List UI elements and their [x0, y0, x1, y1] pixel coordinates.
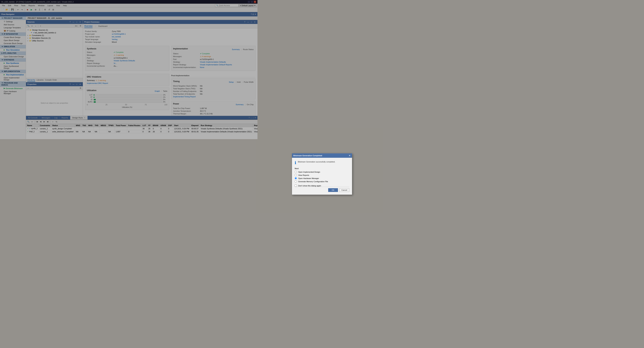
modal-overlay[interactable]: Bitstream Generation Completed ✕ ℹ Bitst… [0, 0, 258, 139]
